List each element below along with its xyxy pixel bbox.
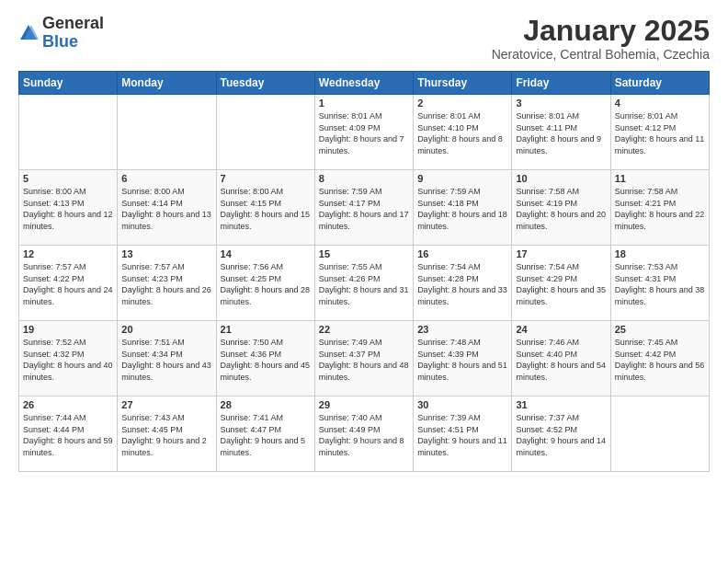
day-info: Sunrise: 7:53 AMSunset: 4:31 PMDaylight:… bbox=[615, 261, 705, 307]
calendar-cell: 2 Sunrise: 8:01 AMSunset: 4:10 PMDayligh… bbox=[414, 95, 512, 170]
header-friday: Friday bbox=[512, 72, 610, 95]
weekday-header-row: Sunday Monday Tuesday Wednesday Thursday… bbox=[19, 72, 710, 95]
calendar-cell: 7 Sunrise: 8:00 AMSunset: 4:15 PMDayligh… bbox=[216, 170, 314, 246]
calendar-cell: 30 Sunrise: 7:39 AMSunset: 4:51 PMDaylig… bbox=[414, 396, 512, 472]
day-number: 30 bbox=[417, 399, 507, 410]
calendar-cell: 6 Sunrise: 8:00 AMSunset: 4:14 PMDayligh… bbox=[118, 170, 216, 246]
calendar-cell: 28 Sunrise: 7:41 AMSunset: 4:47 PMDaylig… bbox=[216, 396, 314, 472]
day-number: 18 bbox=[615, 248, 705, 259]
calendar-cell: 29 Sunrise: 7:40 AMSunset: 4:49 PMDaylig… bbox=[314, 396, 413, 472]
day-info: Sunrise: 8:00 AMSunset: 4:13 PMDaylight:… bbox=[23, 186, 113, 232]
calendar-cell: 9 Sunrise: 7:59 AMSunset: 4:18 PMDayligh… bbox=[414, 170, 512, 246]
calendar-week-3: 19 Sunrise: 7:52 AMSunset: 4:32 PMDaylig… bbox=[19, 321, 710, 396]
calendar-week-1: 5 Sunrise: 8:00 AMSunset: 4:13 PMDayligh… bbox=[19, 170, 710, 246]
day-info: Sunrise: 7:46 AMSunset: 4:40 PMDaylight:… bbox=[516, 337, 606, 383]
day-number: 4 bbox=[615, 98, 705, 109]
day-number: 1 bbox=[319, 98, 409, 109]
day-number: 10 bbox=[516, 173, 606, 184]
day-number: 7 bbox=[221, 173, 311, 184]
calendar-cell: 1 Sunrise: 8:01 AMSunset: 4:09 PMDayligh… bbox=[314, 95, 413, 170]
header-thursday: Thursday bbox=[414, 72, 512, 95]
day-number: 23 bbox=[417, 324, 507, 335]
day-number: 2 bbox=[417, 98, 507, 109]
day-number: 24 bbox=[516, 324, 606, 335]
day-info: Sunrise: 7:40 AMSunset: 4:49 PMDaylight:… bbox=[319, 412, 409, 458]
day-info: Sunrise: 7:55 AMSunset: 4:26 PMDaylight:… bbox=[319, 261, 409, 307]
calendar-cell: 27 Sunrise: 7:43 AMSunset: 4:45 PMDaylig… bbox=[118, 396, 216, 472]
location-text: Neratovice, Central Bohemia, Czechia bbox=[492, 47, 710, 62]
calendar-cell: 16 Sunrise: 7:54 AMSunset: 4:28 PMDaylig… bbox=[414, 246, 512, 321]
day-info: Sunrise: 7:58 AMSunset: 4:21 PMDaylight:… bbox=[615, 186, 705, 232]
day-info: Sunrise: 7:57 AMSunset: 4:22 PMDaylight:… bbox=[23, 261, 113, 307]
day-number: 11 bbox=[615, 173, 705, 184]
calendar-cell: 4 Sunrise: 8:01 AMSunset: 4:12 PMDayligh… bbox=[610, 95, 709, 170]
calendar-cell: 22 Sunrise: 7:49 AMSunset: 4:37 PMDaylig… bbox=[314, 321, 413, 396]
calendar-cell: 20 Sunrise: 7:51 AMSunset: 4:34 PMDaylig… bbox=[118, 321, 216, 396]
day-number: 14 bbox=[221, 248, 311, 259]
day-info: Sunrise: 7:39 AMSunset: 4:51 PMDaylight:… bbox=[417, 412, 507, 458]
day-info: Sunrise: 7:54 AMSunset: 4:28 PMDaylight:… bbox=[417, 261, 507, 307]
calendar-cell bbox=[610, 396, 709, 472]
day-info: Sunrise: 7:50 AMSunset: 4:36 PMDaylight:… bbox=[221, 337, 311, 383]
day-number: 5 bbox=[23, 173, 113, 184]
day-number: 22 bbox=[319, 324, 409, 335]
day-info: Sunrise: 8:00 AMSunset: 4:14 PMDaylight:… bbox=[121, 186, 211, 232]
day-number: 21 bbox=[221, 324, 311, 335]
day-number: 6 bbox=[121, 173, 211, 184]
calendar-cell: 8 Sunrise: 7:59 AMSunset: 4:17 PMDayligh… bbox=[314, 170, 413, 246]
day-info: Sunrise: 8:01 AMSunset: 4:10 PMDaylight:… bbox=[417, 110, 507, 156]
calendar-cell bbox=[118, 95, 216, 170]
calendar-cell: 25 Sunrise: 7:45 AMSunset: 4:42 PMDaylig… bbox=[610, 321, 709, 396]
calendar-cell: 15 Sunrise: 7:55 AMSunset: 4:26 PMDaylig… bbox=[314, 246, 413, 321]
header-sunday: Sunday bbox=[19, 72, 118, 95]
title-block: January 2025 Neratovice, Central Bohemia… bbox=[492, 15, 710, 62]
day-number: 25 bbox=[615, 324, 705, 335]
day-info: Sunrise: 8:01 AMSunset: 4:09 PMDaylight:… bbox=[319, 110, 409, 156]
logo-blue-text: Blue bbox=[42, 32, 78, 51]
calendar-cell: 10 Sunrise: 7:58 AMSunset: 4:19 PMDaylig… bbox=[512, 170, 610, 246]
day-number: 28 bbox=[221, 399, 311, 410]
day-number: 31 bbox=[516, 399, 606, 410]
day-info: Sunrise: 7:37 AMSunset: 4:52 PMDaylight:… bbox=[516, 412, 606, 458]
day-info: Sunrise: 7:54 AMSunset: 4:29 PMDaylight:… bbox=[516, 261, 606, 307]
calendar-cell: 19 Sunrise: 7:52 AMSunset: 4:32 PMDaylig… bbox=[19, 321, 118, 396]
day-info: Sunrise: 7:51 AMSunset: 4:34 PMDaylight:… bbox=[121, 337, 211, 383]
day-number: 9 bbox=[417, 173, 507, 184]
day-number: 13 bbox=[121, 248, 211, 259]
calendar-cell: 12 Sunrise: 7:57 AMSunset: 4:22 PMDaylig… bbox=[19, 246, 118, 321]
logo-general-text: General bbox=[42, 14, 104, 32]
calendar-cell: 18 Sunrise: 7:53 AMSunset: 4:31 PMDaylig… bbox=[610, 246, 709, 321]
day-number: 8 bbox=[319, 173, 409, 184]
header-saturday: Saturday bbox=[610, 72, 709, 95]
day-info: Sunrise: 7:52 AMSunset: 4:32 PMDaylight:… bbox=[23, 337, 113, 383]
day-number: 20 bbox=[121, 324, 211, 335]
day-info: Sunrise: 7:59 AMSunset: 4:18 PMDaylight:… bbox=[417, 186, 507, 232]
day-info: Sunrise: 8:01 AMSunset: 4:11 PMDaylight:… bbox=[516, 110, 606, 156]
day-info: Sunrise: 7:41 AMSunset: 4:47 PMDaylight:… bbox=[221, 412, 311, 458]
calendar-week-4: 26 Sunrise: 7:44 AMSunset: 4:44 PMDaylig… bbox=[19, 396, 710, 472]
calendar-cell: 31 Sunrise: 7:37 AMSunset: 4:52 PMDaylig… bbox=[512, 396, 610, 472]
day-number: 26 bbox=[23, 399, 113, 410]
day-info: Sunrise: 7:44 AMSunset: 4:44 PMDaylight:… bbox=[23, 412, 113, 458]
calendar-cell: 5 Sunrise: 8:00 AMSunset: 4:13 PMDayligh… bbox=[19, 170, 118, 246]
header-wednesday: Wednesday bbox=[314, 72, 413, 95]
calendar-week-2: 12 Sunrise: 7:57 AMSunset: 4:22 PMDaylig… bbox=[19, 246, 710, 321]
calendar-cell: 17 Sunrise: 7:54 AMSunset: 4:29 PMDaylig… bbox=[512, 246, 610, 321]
day-info: Sunrise: 8:01 AMSunset: 4:12 PMDaylight:… bbox=[615, 110, 705, 156]
day-info: Sunrise: 7:58 AMSunset: 4:19 PMDaylight:… bbox=[516, 186, 606, 232]
day-info: Sunrise: 7:48 AMSunset: 4:39 PMDaylight:… bbox=[417, 337, 507, 383]
day-info: Sunrise: 7:57 AMSunset: 4:23 PMDaylight:… bbox=[121, 261, 211, 307]
day-info: Sunrise: 8:00 AMSunset: 4:15 PMDaylight:… bbox=[221, 186, 311, 232]
calendar-cell: 13 Sunrise: 7:57 AMSunset: 4:23 PMDaylig… bbox=[118, 246, 216, 321]
day-info: Sunrise: 7:49 AMSunset: 4:37 PMDaylight:… bbox=[319, 337, 409, 383]
month-title: January 2025 bbox=[492, 15, 710, 47]
calendar-cell: 11 Sunrise: 7:58 AMSunset: 4:21 PMDaylig… bbox=[610, 170, 709, 246]
day-number: 3 bbox=[516, 98, 606, 109]
day-number: 27 bbox=[121, 399, 211, 410]
day-number: 12 bbox=[23, 248, 113, 259]
calendar-table: Sunday Monday Tuesday Wednesday Thursday… bbox=[18, 71, 710, 472]
logo: General Blue bbox=[18, 15, 104, 52]
calendar-cell: 21 Sunrise: 7:50 AMSunset: 4:36 PMDaylig… bbox=[216, 321, 314, 396]
calendar-cell: 23 Sunrise: 7:48 AMSunset: 4:39 PMDaylig… bbox=[414, 321, 512, 396]
day-info: Sunrise: 7:59 AMSunset: 4:17 PMDaylight:… bbox=[319, 186, 409, 232]
